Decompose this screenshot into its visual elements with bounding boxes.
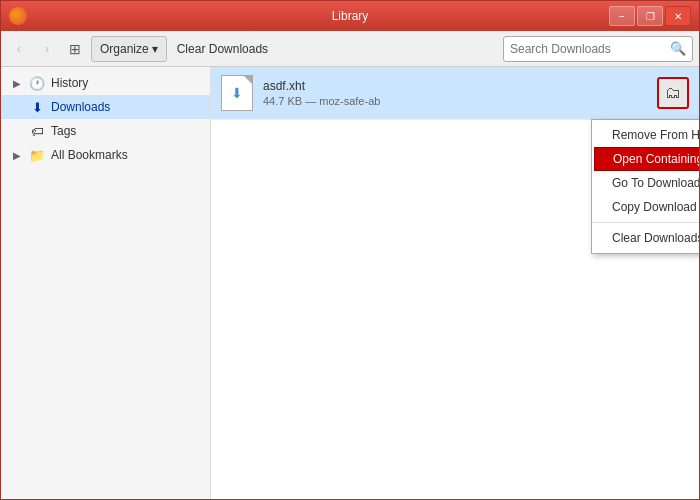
bookmarks-icon: 📁 — [29, 148, 45, 163]
download-arrow-icon: ⬇ — [231, 85, 243, 101]
open-folder-button[interactable]: 🗂 — [657, 77, 689, 109]
close-button[interactable]: ✕ — [665, 6, 691, 26]
download-file-icon: ⬇ — [221, 75, 253, 111]
sidebar-item-downloads-label: Downloads — [51, 100, 110, 114]
sidebar-item-tags[interactable]: ▶ 🏷 Tags — [1, 119, 210, 143]
sidebar-item-bookmarks-label: All Bookmarks — [51, 148, 128, 162]
sidebar-item-downloads[interactable]: ▶ ⬇ Downloads — [1, 95, 210, 119]
library-window: Library − ❐ ✕ ‹ › ⊞ Organize ▾ Clear Dow… — [0, 0, 700, 500]
context-menu-separator — [592, 222, 699, 223]
download-meta: 44.7 KB — moz-safe-ab — [263, 95, 657, 107]
download-item: ⬇ asdf.xht 44.7 KB — moz-safe-ab 🗂 — [211, 67, 699, 120]
back-button[interactable]: ‹ — [7, 37, 31, 61]
sidebar-item-history-label: History — [51, 76, 88, 90]
context-copy-link[interactable]: Copy Download Link — [592, 195, 699, 219]
context-remove-history[interactable]: Remove From History — [592, 123, 699, 147]
search-icon: 🔍 — [670, 41, 686, 56]
forward-button[interactable]: › — [35, 37, 59, 61]
sidebar-item-all-bookmarks[interactable]: ▶ 📁 All Bookmarks — [1, 143, 210, 167]
download-info: asdf.xht 44.7 KB — moz-safe-ab — [263, 79, 657, 107]
clear-downloads-button[interactable]: Clear Downloads — [171, 36, 274, 62]
content-area: ⬇ asdf.xht 44.7 KB — moz-safe-ab 🗂 Remov… — [211, 67, 699, 499]
views-button[interactable]: ⊞ — [63, 37, 87, 61]
title-bar-left — [9, 7, 27, 25]
title-bar: Library − ❐ ✕ — [1, 1, 699, 31]
folder-icon: 🗂 — [665, 84, 681, 102]
sidebar: ▶ 🕐 History ▶ ⬇ Downloads ▶ 🏷 Tags ▶ 📁 A… — [1, 67, 211, 499]
bookmarks-expand-icon: ▶ — [13, 150, 23, 161]
search-box: 🔍 — [503, 36, 693, 62]
history-icon: 🕐 — [29, 76, 45, 91]
context-go-to-page[interactable]: Go To Download Page — [592, 171, 699, 195]
organize-button[interactable]: Organize ▾ — [91, 36, 167, 62]
context-menu: Remove From History Open Containing Fold… — [591, 119, 699, 254]
main-content: ▶ 🕐 History ▶ ⬇ Downloads ▶ 🏷 Tags ▶ 📁 A… — [1, 67, 699, 499]
window-controls: − ❐ ✕ — [609, 6, 691, 26]
context-clear-downloads[interactable]: Clear Downloads — [592, 226, 699, 250]
sidebar-item-tags-label: Tags — [51, 124, 76, 138]
toolbar: ‹ › ⊞ Organize ▾ Clear Downloads 🔍 — [1, 31, 699, 67]
tags-expand-icon: ▶ — [13, 126, 23, 137]
context-open-folder[interactable]: Open Containing Folder — [594, 147, 699, 171]
downloads-icon: ⬇ — [29, 100, 45, 115]
sidebar-item-history[interactable]: ▶ 🕐 History — [1, 71, 210, 95]
minimize-button[interactable]: − — [609, 6, 635, 26]
firefox-icon — [9, 7, 27, 25]
download-filename: asdf.xht — [263, 79, 657, 93]
tags-icon: 🏷 — [29, 124, 45, 139]
restore-button[interactable]: ❐ — [637, 6, 663, 26]
window-title: Library — [332, 9, 369, 23]
search-input[interactable] — [510, 42, 670, 56]
history-expand-icon: ▶ — [13, 78, 23, 89]
downloads-expand-icon: ▶ — [13, 102, 23, 113]
